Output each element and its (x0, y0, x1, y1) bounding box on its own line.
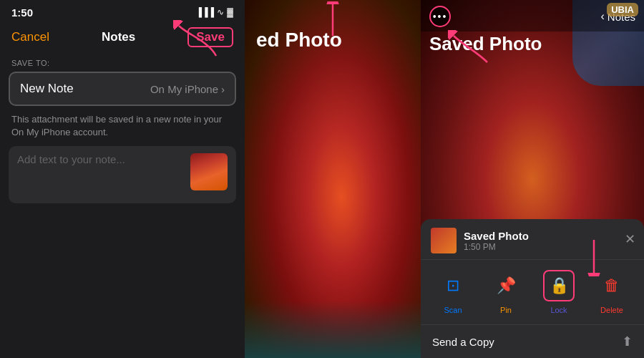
context-header: Saved Photo 1:50 PM ✕ (421, 219, 644, 260)
save-arrow-annotation (173, 20, 223, 62)
left-panel: 1:50 ▐▐▐ ∿ ▓ Cancel Notes Save SAVE TO: … (0, 0, 245, 358)
lock-arrow-annotation (580, 237, 608, 279)
scan-label: Scan (444, 306, 462, 314)
lock-label: Lock (550, 306, 567, 314)
status-bar: 1:50 ▐▐▐ ∿ ▓ (0, 0, 245, 20)
status-icons: ▐▐▐ ∿ ▓ (196, 7, 233, 17)
pin-icon: 📌 (490, 270, 522, 301)
nav-title: Notes (102, 30, 135, 44)
context-note-title: Saved Photo (464, 230, 529, 242)
action-row: ⊡ Scan 📌 Pin 🔒 Lock 🗑 Delete (421, 260, 644, 325)
lock-action[interactable]: 🔒 Lock (537, 270, 580, 314)
pin-action[interactable]: 📌 Pin (484, 270, 527, 314)
ellipsis-icon: ••• (433, 11, 448, 22)
new-note-label: New Note (20, 82, 74, 96)
send-copy-label: Send a Copy (432, 336, 494, 348)
time: 1:50 (11, 6, 33, 19)
photo-bottom (245, 301, 421, 358)
description-text: This attachment will be saved in a new n… (0, 106, 245, 146)
send-copy-row[interactable]: Send a Copy ⬆ (421, 325, 644, 358)
scan-icon: ⊡ (437, 270, 469, 301)
scan-action[interactable]: ⊡ Scan (431, 270, 474, 314)
note-input-area[interactable]: Add text to your note... (9, 146, 236, 203)
delete-label: Delete (600, 306, 623, 314)
on-my-iphone-label: On My iPhone › (150, 83, 225, 95)
dots-menu-button[interactable]: ••• (429, 6, 451, 27)
new-note-row[interactable]: New Note On My iPhone › (9, 72, 236, 106)
middle-panel: ed Photo (245, 0, 421, 358)
right-panel: ••• ‹ Notes UBIA Saved Photo Saved Photo (421, 0, 644, 358)
right-header: ••• ‹ Notes UBIA (421, 0, 644, 32)
back-chevron-icon: ‹ (600, 10, 604, 23)
watermark: UBIA (607, 3, 638, 16)
lock-icon: 🔒 (543, 270, 575, 301)
wifi-icon: ∿ (217, 7, 224, 17)
context-note-thumb (431, 228, 457, 253)
chevron-icon: › (221, 83, 225, 95)
note-thumbnail (190, 153, 228, 190)
pin-label: Pin (500, 306, 512, 314)
note-placeholder: Add text to your note... (17, 153, 185, 165)
dots-arrow-annotation (448, 30, 491, 69)
thumbnail-image (190, 153, 228, 190)
share-icon: ⬆ (622, 334, 633, 349)
cancel-button[interactable]: Cancel (11, 30, 49, 44)
context-menu: Saved Photo 1:50 PM ✕ ⊡ Scan 📌 Pin 🔒 Loc… (421, 219, 644, 358)
signal-icon: ▐▐▐ (196, 7, 215, 17)
context-close-button[interactable]: ✕ (625, 231, 635, 247)
photo-background (245, 0, 421, 358)
top-arrow-annotation (311, 1, 354, 40)
battery-icon: ▓ (227, 7, 233, 17)
context-note-time: 1:50 PM (464, 242, 529, 252)
context-note-info: Saved Photo 1:50 PM (464, 230, 529, 252)
